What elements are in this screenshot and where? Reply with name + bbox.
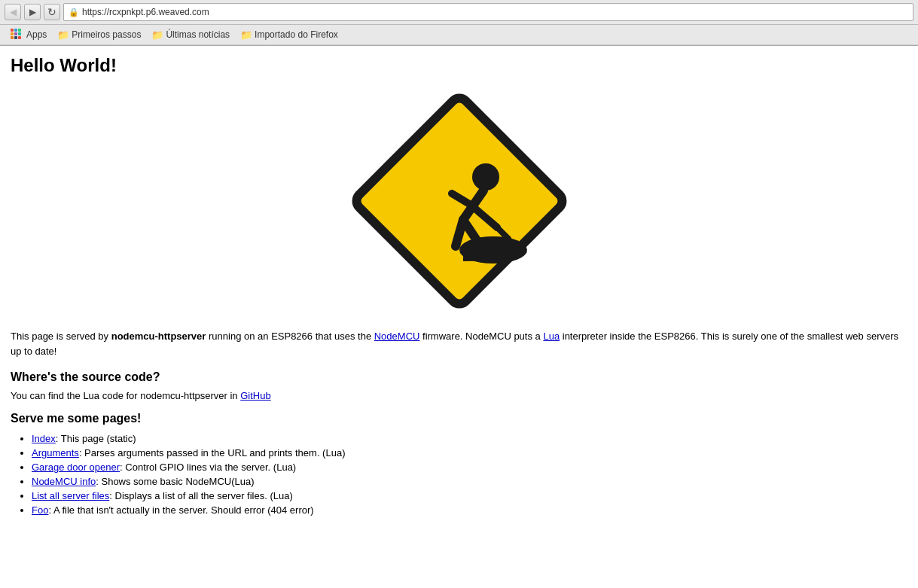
construction-sign-image <box>346 88 572 314</box>
desc-prefix: This page is served by <box>11 331 111 342</box>
svg-point-1 <box>472 163 499 190</box>
page-link-1[interactable]: Arguments <box>32 447 79 459</box>
list-item: Foo: A file that isn't actually in the s… <box>32 504 907 516</box>
serve-heading: Serve me some pages! <box>11 412 907 425</box>
list-item-desc: : Displays a list of all the server file… <box>109 490 292 501</box>
list-item-desc: : A file that isn't actually in the serv… <box>48 504 313 516</box>
page-link-5[interactable]: Foo <box>32 504 48 516</box>
page-content: Hello World! This page is served by <box>0 46 918 588</box>
source-code-heading: Where's the source code? <box>11 370 907 384</box>
nodemcu-link[interactable]: NodeMCU <box>374 331 420 342</box>
bookmark-apps[interactable]: Apps <box>6 27 51 42</box>
construction-sign-container <box>11 88 907 314</box>
page-description: This page is served by nodemcu-httpserve… <box>11 329 907 358</box>
bookmarks-bar: Apps 📁 Primeiros passos 📁 Últimas notíci… <box>0 25 918 45</box>
bookmark-importado[interactable]: 📁 Importado do Firefox <box>236 28 343 42</box>
desc-middle: running on an ESP8266 that uses the <box>206 331 374 342</box>
browser-chrome: ◀ ▶ ↻ 🔒 https://rcxpnkpt.p6.weaved.com A… <box>0 0 918 46</box>
importado-label: Importado do Firefox <box>255 29 338 40</box>
url-text: https://rcxpnkpt.p6.weaved.com <box>82 7 209 17</box>
list-item-desc: : Parses arguments passed in the URL and… <box>79 447 346 459</box>
page-link-4[interactable]: List all server files <box>32 490 109 501</box>
list-item: Garage door opener: Control GPIO lines v… <box>32 462 907 473</box>
folder-icon-3: 📁 <box>240 29 252 41</box>
pages-list: Index: This page (static)Arguments: Pars… <box>32 433 907 516</box>
folder-icon-1: 📁 <box>57 29 69 41</box>
source-prefix: You can find the Lua code for nodemcu-ht… <box>11 390 240 401</box>
nav-bar: ◀ ▶ ↻ 🔒 https://rcxpnkpt.p6.weaved.com <box>0 0 918 25</box>
bookmark-ultimas[interactable]: 📁 Últimas notícias <box>147 28 234 42</box>
desc-after-link1: firmware. NodeMCU puts a <box>419 331 543 342</box>
folder-icon-2: 📁 <box>151 29 163 41</box>
lock-icon: 🔒 <box>69 8 79 17</box>
address-bar[interactable]: 🔒 https://rcxpnkpt.p6.weaved.com <box>63 3 913 21</box>
page-title: Hello World! <box>11 55 907 76</box>
page-link-3[interactable]: NodeMCU info <box>32 476 96 487</box>
list-item: Arguments: Parses arguments passed in th… <box>32 447 907 459</box>
source-code-text: You can find the Lua code for nodemcu-ht… <box>11 390 907 401</box>
bookmark-primeiros[interactable]: 📁 Primeiros passos <box>53 28 145 42</box>
page-link-0[interactable]: Index <box>32 433 56 444</box>
lua-link[interactable]: Lua <box>543 331 560 342</box>
ultimas-label: Últimas notícias <box>166 29 230 40</box>
apps-grid-icon <box>11 29 23 41</box>
list-item: NodeMCU info: Shows some basic NodeMCU(L… <box>32 476 907 487</box>
list-item-desc: : Shows some basic NodeMCU(Lua) <box>96 476 254 487</box>
list-item-desc: : Control GPIO lines via the server. (Lu… <box>120 462 296 473</box>
forward-button[interactable]: ▶ <box>24 4 41 20</box>
desc-bold: nodemcu-httpserver <box>111 331 206 342</box>
list-item-desc: : This page (static) <box>56 433 136 444</box>
list-item: List all server files: Displays a list o… <box>32 490 907 501</box>
list-item: Index: This page (static) <box>32 433 907 444</box>
back-button[interactable]: ◀ <box>5 4 21 20</box>
apps-label: Apps <box>26 29 47 40</box>
primeiros-label: Primeiros passos <box>72 29 141 40</box>
page-link-2[interactable]: Garage door opener <box>32 462 120 473</box>
reload-button[interactable]: ↻ <box>44 4 60 20</box>
github-link[interactable]: GitHub <box>240 390 270 401</box>
